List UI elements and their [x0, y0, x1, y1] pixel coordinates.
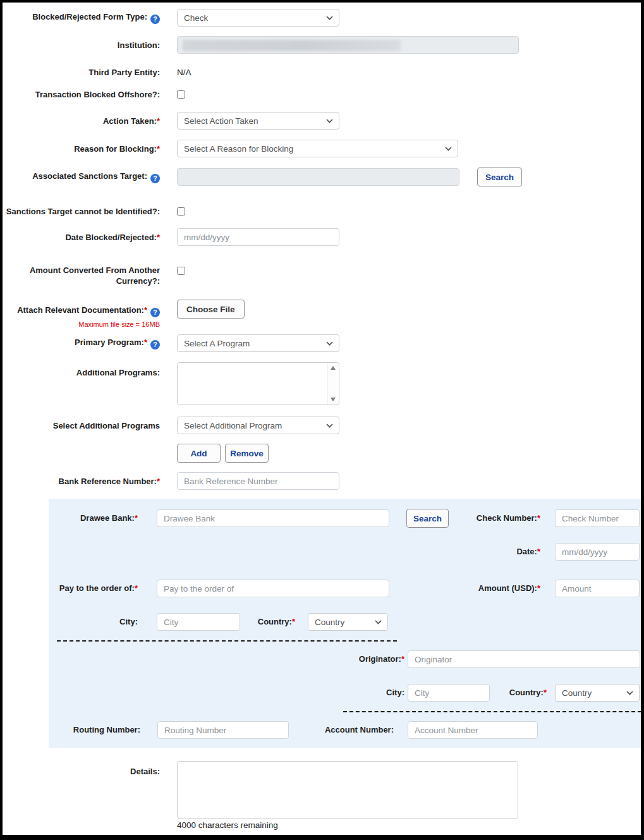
- drawee-bank-input[interactable]: [157, 509, 389, 527]
- required-marker: *: [144, 305, 147, 315]
- select-additional-selected-value: Select Additional Program: [184, 421, 282, 430]
- payee-city-label: City:: [68, 613, 138, 631]
- amount-converted-checkbox[interactable]: [177, 267, 185, 275]
- action-taken-row: Action Taken:* Select Action Taken: [3, 112, 641, 130]
- target-not-identified-checkbox[interactable]: [177, 207, 185, 216]
- help-icon[interactable]: ?: [150, 174, 160, 183]
- account-number-input[interactable]: [408, 721, 538, 739]
- drawee-bank-label-text: Drawee Bank:: [80, 513, 135, 523]
- blocked-rejected-transaction-form: Blocked/Rejected Form Type:? Check Insti…: [0, 0, 644, 840]
- originator-city-label-text: City:: [386, 688, 404, 697]
- form-type-label-text: Blocked/Rejected Form Type:: [32, 12, 147, 21]
- reason-select[interactable]: Select A Reason for Blocking: [177, 140, 458, 157]
- originator-input[interactable]: [408, 650, 640, 668]
- attach-doc-label-text: Attach Relevant Documentation:: [17, 305, 144, 315]
- payee-city-label-text: City:: [119, 617, 138, 626]
- reason-label: Reason for Blocking:*: [3, 143, 160, 154]
- characters-remaining-row: 4000 characters remaining: [3, 820, 641, 830]
- characters-remaining-text: 4000 characters remaining: [177, 820, 278, 830]
- bank-reference-input[interactable]: [177, 472, 339, 490]
- pay-to-input[interactable]: [157, 580, 389, 597]
- check-number-input[interactable]: [555, 509, 640, 527]
- target-not-identified-row: Sanctions Target cannot be Identified?:: [3, 205, 641, 217]
- third-party-value: N/A: [177, 68, 191, 77]
- add-program-button[interactable]: Add: [177, 444, 221, 463]
- form-type-row: Blocked/Rejected Form Type:? Check: [3, 9, 641, 27]
- select-additional-row: Select Additional Programs Select Additi…: [3, 417, 641, 434]
- required-marker: *: [537, 583, 540, 593]
- form-type-label: Blocked/Rejected Form Type:?: [3, 11, 160, 24]
- payee-country-select[interactable]: Country: [308, 613, 388, 631]
- originator-label: Originator:*: [327, 650, 404, 668]
- target-not-identified-label: Sanctions Target cannot be Identified?:: [3, 206, 160, 217]
- third-party-label: Third Party Entity:: [3, 67, 160, 78]
- primary-program-label: Primary Program:*?: [3, 337, 160, 350]
- chevron-down-icon: [445, 147, 452, 151]
- amount-converted-row: Amount Converted From Another Currency?:: [3, 265, 641, 286]
- account-number-label-text: Account Number:: [325, 725, 394, 734]
- details-textarea[interactable]: [177, 761, 518, 819]
- routing-number-input[interactable]: [157, 721, 289, 739]
- additional-programs-row: Additional Programs:: [3, 362, 641, 405]
- originator-country-label: Country:*: [491, 684, 547, 702]
- routing-number-label-text: Routing Number:: [73, 725, 140, 734]
- attach-doc-label: Attach Relevant Documentation:*? Maximum…: [3, 300, 160, 330]
- check-date-input[interactable]: [555, 543, 640, 561]
- programs-buttons-row: Add Remove: [3, 444, 641, 463]
- date-blocked-input[interactable]: [177, 228, 339, 246]
- form-type-select[interactable]: Check: [177, 9, 339, 27]
- date-blocked-label-text: Date Blocked/Rejected:: [65, 233, 157, 242]
- required-marker: *: [157, 144, 160, 154]
- attach-doc-row: Attach Relevant Documentation:*? Maximum…: [3, 300, 641, 330]
- select-additional-select[interactable]: Select Additional Program: [177, 417, 339, 434]
- amount-usd-label: Amount (USD):*: [440, 580, 540, 597]
- bank-reference-label-text: Bank Reference Number:: [59, 477, 157, 486]
- sanctions-target-row: Associated Sanctions Target:? Search: [3, 167, 641, 186]
- payee-city-input[interactable]: [157, 613, 240, 631]
- primary-program-label-text: Primary Program:: [75, 338, 144, 347]
- originator-city-label: City:: [327, 684, 404, 702]
- help-icon[interactable]: ?: [150, 308, 160, 317]
- required-marker: *: [157, 477, 160, 486]
- reason-selected-value: Select A Reason for Blocking: [184, 144, 293, 154]
- scroll-down-icon[interactable]: [331, 398, 336, 401]
- action-taken-select[interactable]: Select Action Taken: [177, 112, 339, 130]
- check-date-label: Date:*: [440, 543, 540, 561]
- choose-file-button[interactable]: Choose File: [177, 300, 245, 319]
- details-row: Details:: [3, 761, 641, 819]
- action-taken-label-text: Action Taken:: [103, 116, 157, 126]
- required-marker: *: [544, 688, 547, 697]
- check-number-label: Check Number:*: [440, 509, 540, 527]
- blocked-offshore-label: Transaction Blocked Offshore?:: [3, 89, 160, 100]
- max-file-size-note: Maximum file size = 16MB: [3, 319, 160, 330]
- required-marker: *: [157, 233, 160, 242]
- institution-label: Institution:: [3, 40, 160, 51]
- help-icon[interactable]: ?: [150, 15, 160, 24]
- originator-city-input[interactable]: [408, 684, 490, 702]
- sanctions-target-search-button[interactable]: Search: [477, 167, 522, 186]
- check-date-label-text: Date:: [516, 547, 537, 556]
- listbox-scrollbar[interactable]: [327, 363, 338, 404]
- primary-program-select[interactable]: Select A Program: [177, 334, 339, 352]
- blocked-offshore-checkbox[interactable]: [177, 90, 185, 99]
- required-marker: *: [537, 547, 540, 556]
- sanctions-target-field: [177, 168, 459, 186]
- help-icon[interactable]: ?: [150, 340, 160, 350]
- amount-converted-label: Amount Converted From Another Currency?:: [3, 265, 160, 286]
- redacted-value: [183, 40, 401, 51]
- check-details-panel: Drawee Bank:* Search Check Number:* Date…: [49, 499, 641, 748]
- amount-usd-input[interactable]: [555, 580, 640, 597]
- check-number-label-text: Check Number:: [477, 513, 537, 523]
- scroll-up-icon[interactable]: [331, 366, 336, 370]
- required-marker: *: [292, 617, 295, 626]
- required-marker: *: [537, 513, 540, 523]
- required-marker: *: [135, 583, 138, 593]
- reason-label-text: Reason for Blocking:: [74, 144, 157, 154]
- remove-program-button[interactable]: Remove: [225, 444, 269, 463]
- originator-country-select[interactable]: Country: [555, 684, 640, 702]
- originator-label-text: Originator:: [359, 654, 401, 664]
- chevron-down-icon: [326, 341, 333, 346]
- additional-programs-listbox[interactable]: [177, 362, 339, 405]
- chevron-down-icon: [326, 16, 333, 20]
- action-taken-selected-value: Select Action Taken: [184, 116, 258, 126]
